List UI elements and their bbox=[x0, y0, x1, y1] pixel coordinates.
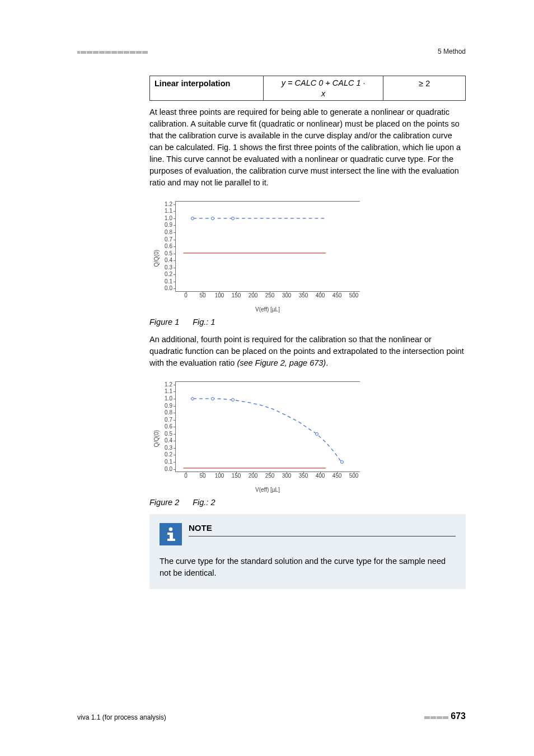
note-title: NOTE bbox=[189, 522, 456, 536]
figure-1-chart: Q/Q(0) 0.00.10.20.30.40.50.60.70.80.91.0… bbox=[149, 195, 372, 313]
note-body: The curve type for the standard solution… bbox=[160, 556, 456, 579]
note-box: NOTE The curve type for the standard sol… bbox=[149, 514, 466, 589]
figure-2-caption: Figure 2Fig.: 2 bbox=[149, 497, 466, 508]
equation-table: Linear interpolation y = CALC 0 + CALC 1… bbox=[149, 76, 466, 100]
footer-decoration bbox=[424, 713, 451, 721]
svg-rect-3 bbox=[167, 539, 175, 541]
header-section: 5 Method bbox=[438, 47, 466, 57]
table-col-equation: y = CALC 0 + CALC 1 · x bbox=[264, 76, 383, 100]
info-icon bbox=[160, 523, 182, 545]
figure-1-caption: Figure 1Fig.: 1 bbox=[149, 316, 466, 328]
paragraph-1: At least three points are required for b… bbox=[149, 106, 466, 189]
paragraph-2: An additional, fourth point is required … bbox=[149, 334, 466, 369]
table-col-name: Linear interpolation bbox=[150, 76, 264, 100]
header-decoration bbox=[77, 47, 148, 57]
figure-2-xlabel: V(eff) [µL] bbox=[175, 486, 360, 494]
figure-2-chart: Q/Q(0) 0.00.10.20.30.40.50.60.70.80.91.0… bbox=[149, 376, 372, 493]
footer-product: viva 1.1 (for process analysis) bbox=[77, 713, 166, 722]
figure-1-xlabel: V(eff) [µL] bbox=[175, 306, 360, 314]
table-col-constraint: ≥ 2 bbox=[383, 76, 466, 100]
svg-point-0 bbox=[169, 528, 173, 531]
footer-page-number: 673 bbox=[451, 711, 466, 721]
